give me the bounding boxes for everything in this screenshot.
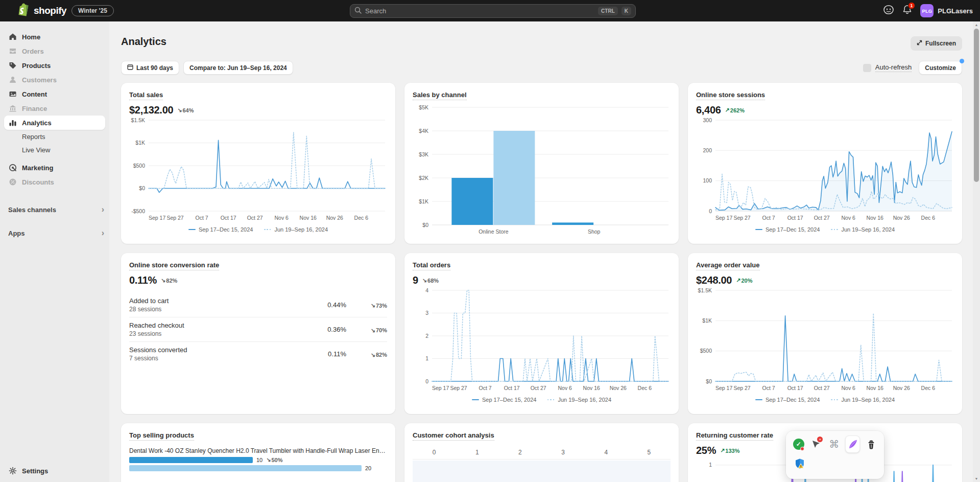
sidekick-icon[interactable] <box>883 4 894 17</box>
sales-by-channel-title[interactable]: Sales by channel <box>413 91 467 100</box>
conversion-rate-card: Online store conversion rate 0.11% ↘82% … <box>121 253 395 414</box>
svg-text:Nov 6: Nov 6 <box>841 215 855 221</box>
legend-dotted-swatch <box>831 399 838 401</box>
analytics-icon <box>8 119 17 127</box>
sessions-value: 6,406 <box>696 104 721 116</box>
legend-dotted-swatch <box>264 229 271 231</box>
extension-cursor-icon[interactable]: × <box>810 437 823 452</box>
sidebar-item-live-view[interactable]: Live View <box>4 143 105 156</box>
svg-text:Sep 27: Sep 27 <box>733 385 750 391</box>
sidebar-item-analytics[interactable]: Analytics <box>4 116 105 130</box>
tag-icon <box>8 61 17 70</box>
online-store-sessions-title[interactable]: Online store sessions <box>696 91 765 100</box>
svg-text:200: 200 <box>703 147 712 153</box>
svg-text:Nov 26: Nov 26 <box>893 215 910 221</box>
sessions-delta: ↗262% <box>725 107 745 113</box>
shopify-logo[interactable]: shopify <box>17 3 66 18</box>
top-selling-products-title[interactable]: Top selling products <box>129 431 194 441</box>
customer-cohort-title[interactable]: Customer cohort analysis <box>413 431 494 441</box>
svg-text:1: 1 <box>425 355 428 361</box>
extension-shield-warning-icon[interactable] <box>792 456 807 471</box>
total-sales-title[interactable]: Total sales <box>129 91 163 100</box>
svg-text:Oct 17: Oct 17 <box>787 215 803 221</box>
funnel-row-sessions-converted: Sessions converted 7 sessions 0.11% ↘82% <box>129 341 387 366</box>
svg-text:Online Store: Online Store <box>479 228 509 235</box>
returning-rate-delta: ↗133% <box>720 447 739 454</box>
ctrl-key-badge: CTRL <box>598 7 618 15</box>
sidebar-item-discounts[interactable]: Discounts <box>4 175 105 189</box>
k-key-badge: K <box>622 7 631 15</box>
total-sales-value: $2,132.00 <box>129 104 173 116</box>
fullscreen-button[interactable]: Fullscreen <box>911 36 962 50</box>
date-range-button[interactable]: Last 90 days <box>121 61 179 75</box>
search-input[interactable]: Search CTRL K <box>350 4 636 18</box>
orders-delta: ↘68% <box>422 277 439 284</box>
svg-text:$1K: $1K <box>135 140 145 146</box>
conversion-delta: ↘82% <box>161 277 177 284</box>
conversion-value: 0.11% <box>129 274 157 286</box>
sidebar-item-finance[interactable]: Finance <box>4 101 105 116</box>
version-badge: Winter '25 <box>71 5 114 16</box>
orders-value: 9 <box>413 274 418 286</box>
returning-rate-value: 25% <box>696 445 716 456</box>
svg-text:Oct 7: Oct 7 <box>762 215 775 221</box>
account-name: PLGLasers <box>938 7 973 15</box>
svg-text:Oct 17: Oct 17 <box>221 215 236 221</box>
average-order-value-title[interactable]: Average order value <box>696 261 760 270</box>
svg-text:Oct 7: Oct 7 <box>762 385 775 391</box>
calendar-icon <box>127 64 133 72</box>
topbar: shopify Winter '25 Search CTRL K 1 PLG P… <box>0 0 980 21</box>
content-icon <box>8 90 17 99</box>
avatar: PLG <box>920 4 934 17</box>
fullscreen-icon <box>917 40 922 47</box>
scrollbar-thumb[interactable] <box>974 29 979 182</box>
sidebar-item-marketing[interactable]: Marketing <box>4 160 105 175</box>
scroll-up-arrow[interactable]: ▲ <box>973 23 980 27</box>
svg-text:$1K: $1K <box>419 198 428 204</box>
extension-check-icon[interactable]: ✓ <box>792 437 805 452</box>
legend-dotted-swatch <box>831 229 838 231</box>
orders-icon <box>8 47 17 56</box>
notifications-button[interactable]: 1 <box>902 5 912 17</box>
orders-chart: 43210Sep 17Sep 27Oct 7Oct 17Oct 27Nov 6N… <box>413 286 671 394</box>
sidebar-section-apps[interactable]: Apps › <box>0 226 109 240</box>
svg-text:0: 0 <box>709 208 712 214</box>
svg-text:Oct 7: Oct 7 <box>196 215 208 221</box>
svg-text:Nov 6: Nov 6 <box>558 385 572 391</box>
sidebar-item-products[interactable]: Products <box>4 58 105 73</box>
total-orders-title[interactable]: Total orders <box>413 261 450 270</box>
svg-text:Oct 27: Oct 27 <box>814 385 830 391</box>
compare-to-button[interactable]: Compare to: Jun 19–Sep 16, 2024 <box>183 61 293 75</box>
svg-text:$0: $0 <box>139 185 145 191</box>
svg-text:Oct 17: Oct 17 <box>504 385 520 391</box>
auto-refresh-checkbox[interactable] <box>863 64 871 72</box>
svg-text:$0: $0 <box>706 378 712 384</box>
sidebar-item-content[interactable]: Content <box>4 87 105 101</box>
svg-text:$1K: $1K <box>702 317 712 324</box>
funnel-row-added-to-cart: Added to cart 28 sessions 0.44% ↘73% <box>129 292 387 317</box>
conversion-rate-title[interactable]: Online store conversion rate <box>129 261 219 270</box>
sidebar-section-sales-channels[interactable]: Sales channels › <box>0 202 109 217</box>
average-order-value-card: Average order value $248.00 ↗20% $1.5K$1… <box>688 253 962 414</box>
svg-text:Oct 27: Oct 27 <box>247 215 263 221</box>
sales-by-channel-chart: $5K$4K$3K$2K$1K$0Online StoreShop <box>413 103 671 237</box>
sidebar-item-customers[interactable]: Customers <box>4 73 105 87</box>
returning-customer-rate-title[interactable]: Returning customer rate <box>696 431 773 441</box>
sidebar-item-settings[interactable]: Settings <box>4 464 105 478</box>
customize-button[interactable]: Customize <box>919 61 962 75</box>
extension-feather-icon[interactable] <box>845 435 860 453</box>
svg-text:Oct 27: Oct 27 <box>531 385 546 391</box>
extension-knot-icon[interactable]: ⌘ <box>827 437 841 452</box>
auto-refresh-toggle[interactable]: Auto-refresh <box>863 63 912 72</box>
sidebar-item-home[interactable]: Home <box>4 30 105 44</box>
sidebar-item-orders[interactable]: Orders <box>4 44 105 58</box>
svg-text:Nov 6: Nov 6 <box>274 215 289 221</box>
account-menu[interactable]: PLG PLGLasers <box>920 4 973 17</box>
sidebar-item-reports[interactable]: Reports <box>4 130 105 143</box>
vertical-scrollbar[interactable]: ▲ ▼ <box>973 21 980 482</box>
svg-text:$2K: $2K <box>419 175 428 181</box>
svg-text:Sep 27: Sep 27 <box>166 215 183 221</box>
scroll-down-arrow[interactable]: ▼ <box>973 477 980 480</box>
extension-trash-icon[interactable] <box>865 437 878 452</box>
svg-text:Shop: Shop <box>588 228 601 235</box>
